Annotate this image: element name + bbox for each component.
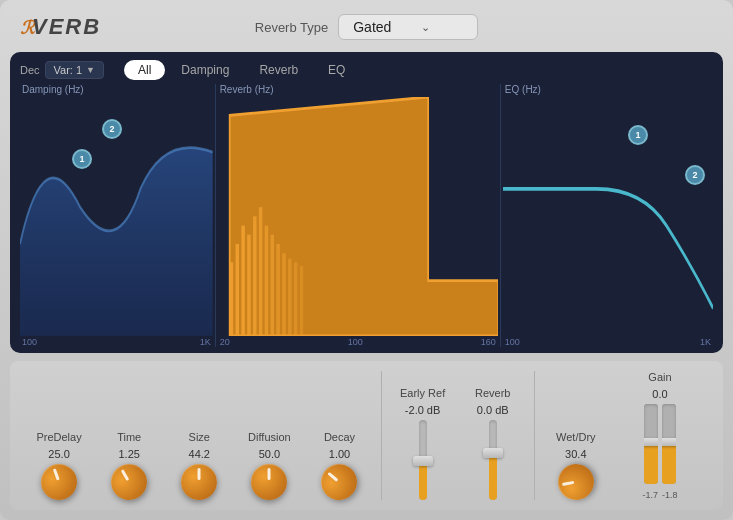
earlyref-label: Early Ref [400, 387, 445, 400]
reverb-fader-thumb[interactable] [483, 448, 503, 458]
svg-rect-10 [276, 244, 280, 336]
decay-value: 1.00 [329, 448, 350, 460]
tab-damping[interactable]: Damping [167, 60, 243, 80]
view-tabs: All Damping Reverb EQ [124, 60, 359, 80]
gain-right-fill [662, 444, 676, 484]
header: ℛVERB Reverb Type Gated ⌄ [10, 10, 723, 44]
diffusion-knob[interactable] [251, 464, 287, 500]
damping-node-1[interactable]: 1 [72, 149, 92, 169]
reverb-type-dropdown[interactable]: Gated ⌄ [338, 14, 478, 40]
eq-axis-100: 100 [505, 337, 520, 347]
svg-rect-8 [264, 226, 268, 336]
time-value: 1.25 [118, 448, 139, 460]
gain-left-thumb[interactable] [644, 438, 658, 446]
svg-rect-7 [259, 207, 263, 336]
reverb-type-section: Reverb Type Gated ⌄ [255, 14, 478, 40]
var-dropdown[interactable]: Var: 1 ▼ [45, 61, 104, 79]
divider-1 [381, 371, 382, 500]
gain-value: 0.0 [652, 388, 667, 400]
svg-rect-5 [247, 235, 251, 336]
reverb-panel: Reverb (Hz) [218, 84, 498, 347]
plugin-container: ℛVERB Reverb Type Gated ⌄ Dec Var: 1 ▼ A… [0, 0, 733, 520]
damping-node-2[interactable]: 2 [102, 119, 122, 139]
eq-svg [503, 97, 713, 336]
gain-meter-values: -1.7 -1.8 [642, 490, 677, 500]
reverb-type-label: Reverb Type [255, 20, 328, 35]
display-toolbar: Dec Var: 1 ▼ All Damping Reverb EQ [20, 60, 713, 80]
reverb-axis-20: 20 [220, 337, 230, 347]
tab-all[interactable]: All [124, 60, 165, 80]
reverb-label: Reverb (Hz) [218, 84, 498, 95]
display-area: Dec Var: 1 ▼ All Damping Reverb EQ Dampi… [10, 52, 723, 353]
earlyref-fader-thumb[interactable] [413, 456, 433, 466]
earlyref-value: -2.0 dB [405, 404, 440, 416]
wetdry-knob[interactable] [558, 464, 594, 500]
gain-right-track[interactable] [662, 404, 676, 484]
time-group: Time 1.25 [94, 431, 164, 500]
decay-knob[interactable] [321, 464, 357, 500]
gain-label: Gain [648, 371, 671, 384]
svg-rect-14 [299, 266, 303, 336]
dec-label: Dec [20, 64, 40, 76]
plugin-logo: ℛVERB [20, 14, 101, 40]
eq-canvas: 1 2 [503, 97, 713, 336]
reverb-canvas [218, 97, 498, 336]
tab-eq[interactable]: EQ [314, 60, 359, 80]
separator-1 [215, 84, 216, 347]
svg-rect-11 [282, 253, 286, 336]
gain-group: Gain 0.0 -1.7 -1.8 [611, 371, 709, 500]
reverb-fader-label: Reverb [475, 387, 510, 400]
eq-label: EQ (Hz) [503, 84, 713, 95]
gain-right-thumb[interactable] [662, 438, 676, 446]
separator-2 [500, 84, 501, 347]
damping-label: Damping (Hz) [20, 84, 213, 95]
logo-r: ℛ [20, 18, 32, 38]
earlyref-group: Early Ref -2.0 dB [388, 387, 458, 500]
divider-2 [534, 371, 535, 500]
dec-group: Dec Var: 1 ▼ [20, 61, 104, 79]
damping-axis: 100 1K [20, 336, 213, 347]
reverb-fader-track[interactable] [489, 420, 497, 500]
svg-rect-2 [229, 262, 233, 335]
size-label: Size [189, 431, 210, 444]
svg-rect-9 [270, 235, 274, 336]
diffusion-label: Diffusion [248, 431, 291, 444]
decay-label: Decay [324, 431, 355, 444]
dropdown-arrow-icon: ⌄ [421, 21, 430, 34]
gain-right-meter-value: -1.8 [662, 490, 678, 500]
damping-axis-1k: 1K [200, 337, 211, 347]
wetdry-group: Wet/Dry 30.4 [541, 431, 611, 500]
eq-node-2[interactable]: 2 [685, 165, 705, 185]
reverb-type-value: Gated [353, 19, 391, 35]
reverb-svg [218, 97, 498, 336]
gain-fader-pair [644, 404, 676, 484]
predelay-knob[interactable] [41, 464, 77, 500]
eq-panel: EQ (Hz) 1 2 100 1K [503, 84, 713, 347]
reverb-axis: 20 100 160 [218, 336, 498, 347]
damping-panel: Damping (Hz) [20, 84, 213, 347]
gain-left-track[interactable] [644, 404, 658, 484]
svg-rect-6 [253, 216, 257, 335]
earlyref-fader-track[interactable] [419, 420, 427, 500]
wetdry-value: 30.4 [565, 448, 586, 460]
reverb-fader-fill [489, 456, 497, 500]
eq-axis: 100 1K [503, 336, 713, 347]
wetdry-label: Wet/Dry [556, 431, 596, 444]
svg-rect-4 [241, 226, 245, 336]
time-knob[interactable] [111, 464, 147, 500]
size-knob[interactable] [181, 464, 217, 500]
earlyref-fader-fill [419, 464, 427, 500]
diffusion-value: 50.0 [259, 448, 280, 460]
svg-marker-0 [229, 97, 498, 336]
decay-group: Decay 1.00 [304, 431, 374, 500]
damping-canvas: 1 2 [20, 97, 213, 336]
var-label: Var: 1 [54, 64, 83, 76]
reverb-axis-160: 160 [481, 337, 496, 347]
controls-area: PreDelay 25.0 Time 1.25 Size 44.2 Diffus… [10, 361, 723, 510]
predelay-group: PreDelay 25.0 [24, 431, 94, 500]
eq-node-1[interactable]: 1 [628, 125, 648, 145]
svg-rect-3 [235, 244, 239, 336]
tab-reverb[interactable]: Reverb [245, 60, 312, 80]
reverb-fader-value: 0.0 dB [477, 404, 509, 416]
reverb-fader-group: Reverb 0.0 dB [458, 387, 528, 500]
